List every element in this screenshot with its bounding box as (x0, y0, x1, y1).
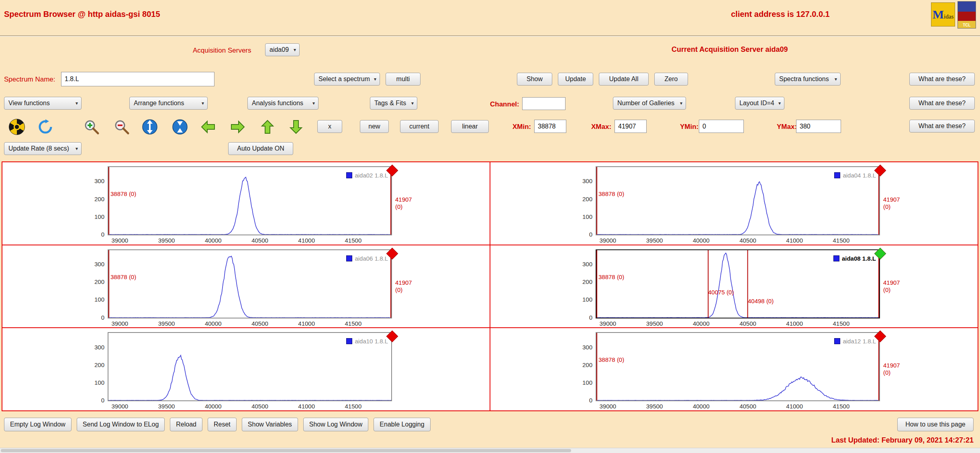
plot-aida12[interactable]: aida12 1.8.L38878 (0) (596, 332, 880, 401)
chevron-down-icon: ▾ (294, 47, 296, 53)
what-are-these-button-2[interactable]: What are these? (909, 97, 975, 110)
zoom-in-icon[interactable] (84, 119, 100, 135)
y-axis-label: 100 (569, 296, 592, 303)
what-are-these-button-1[interactable]: What are these? (909, 73, 975, 86)
update-all-button[interactable]: Update All (599, 73, 649, 86)
gallery-aida04[interactable]: 0100200300390003950040000405004100041500… (490, 162, 978, 245)
y-axis-label: 300 (569, 178, 592, 184)
refresh-icon[interactable] (37, 119, 53, 135)
reset-button[interactable]: Reset (208, 418, 237, 431)
channel-input[interactable] (522, 97, 566, 110)
x-axis-label: 41000 (776, 237, 813, 244)
plot-aida02[interactable]: aida02 1.8.L38878 (0) (108, 166, 392, 235)
enable-logging-button[interactable]: Enable Logging (374, 418, 430, 431)
layout-id-select[interactable]: Layout ID=4 ▾ (735, 97, 784, 110)
show-variables-button[interactable]: Show Variables (242, 418, 298, 431)
arrange-functions-select[interactable]: Arrange functions ▾ (129, 97, 208, 110)
y-axis-label: 100 (569, 379, 592, 386)
ymin-input[interactable] (699, 120, 744, 133)
number-of-galleries-select[interactable]: Number of Galleries ▾ (613, 97, 686, 110)
gallery-aida12[interactable]: 0100200300390003950040000405004100041500… (490, 328, 978, 410)
send-log-window-elog-button[interactable]: Send Log Window to ELog (77, 418, 165, 431)
reload-button[interactable]: Reload (170, 418, 202, 431)
show-log-window-button[interactable]: Show Log Window (303, 418, 369, 431)
what-are-these-button-3[interactable]: What are these? (909, 120, 975, 133)
show-button[interactable]: Show (517, 73, 552, 86)
xmin-label: XMin: (512, 123, 531, 131)
y-axis-label: 100 (81, 379, 104, 386)
x-axis-label: 41500 (823, 403, 859, 410)
spectrum-select[interactable]: Select a spectrum ▾ (314, 73, 380, 86)
auto-update-button[interactable]: Auto Update ON (228, 142, 293, 155)
y-axis-label: 300 (81, 344, 104, 351)
view-functions-select[interactable]: View functions ▾ (4, 97, 82, 110)
x-axis-label: 39000 (590, 320, 626, 327)
x-axis-label: 40500 (730, 237, 766, 244)
up-icon[interactable] (259, 119, 276, 135)
y-axis-label: 200 (81, 361, 104, 368)
x-axis-label: 41000 (288, 320, 325, 327)
xmin-input[interactable] (534, 120, 566, 133)
y-axis-label: 200 (569, 278, 592, 285)
plot-aida04[interactable]: aida04 1.8.L38878 (0) (596, 166, 880, 235)
analysis-functions-select[interactable]: Analysis functions ▾ (247, 97, 318, 110)
prev-icon[interactable] (200, 119, 216, 135)
x-axis-label: 39500 (149, 320, 185, 327)
cursor-marker-label: 40498 (0) (748, 298, 774, 304)
spectra-functions-select[interactable]: Spectra functions ▾ (775, 73, 841, 86)
current-button[interactable]: current (400, 120, 439, 133)
gallery-aida10[interactable]: 0100200300390003950040000405004100041500… (2, 328, 490, 410)
scrollbar-thumb[interactable] (1, 449, 571, 452)
horizontal-scrollbar[interactable] (0, 448, 980, 453)
how-to-use-button[interactable]: How to use this page (897, 418, 974, 431)
spectrum-name-input[interactable] (61, 72, 214, 86)
y-axis-label: 200 (81, 278, 104, 285)
x-axis-label: 40000 (683, 237, 719, 244)
x-axis-label: 39000 (102, 237, 138, 244)
linear-button[interactable]: linear (451, 120, 489, 133)
acquisition-servers-label: Acquisition Servers (193, 47, 251, 55)
empty-log-window-button[interactable]: Empty Log Window (4, 418, 71, 431)
right-marker-label: 41907(0) (395, 279, 412, 294)
radiation-icon[interactable] (9, 119, 25, 135)
gallery-aida06[interactable]: 0100200300390003950040000405004100041500… (2, 245, 490, 328)
y-axis-label: 300 (569, 344, 592, 351)
next-icon[interactable] (230, 119, 246, 135)
plot-aida10[interactable]: aida10 1.8.L (108, 332, 392, 401)
x-axis-label: 39500 (149, 237, 185, 244)
expand-range-icon[interactable] (142, 119, 158, 135)
legend-label: aida12 1.8.L (843, 338, 876, 345)
chevron-down-icon: ▾ (202, 100, 204, 106)
ymax-label: YMax: (777, 123, 797, 131)
tags-fits-select[interactable]: Tags & Fits ▾ (370, 97, 417, 110)
multi-button[interactable]: multi (386, 73, 421, 86)
left-marker-label: 38878 (0) (598, 273, 624, 280)
update-rate-select[interactable]: Update Rate (8 secs) ▾ (4, 142, 82, 155)
legend-swatch-icon (346, 172, 352, 178)
gallery-aida02[interactable]: 0100200300390003950040000405004100041500… (2, 162, 490, 245)
tcl-logo-text: TCL (963, 23, 970, 28)
x-axis-label: 40000 (683, 403, 719, 410)
gallery-aida08[interactable]: 0100200300390003950040000405004100041500… (490, 245, 978, 328)
x-axis-label: 41000 (288, 237, 325, 244)
zoom-out-icon[interactable] (114, 119, 130, 135)
xmax-input[interactable] (615, 120, 647, 133)
y-axis-label: 300 (569, 261, 592, 267)
acquisition-server-select[interactable]: aida09 ▾ (265, 43, 300, 56)
x-button[interactable]: x (317, 120, 342, 133)
right-marker-label: 41907(0) (883, 362, 900, 376)
update-button[interactable]: Update (558, 73, 593, 86)
x-axis-label: 40000 (195, 237, 231, 244)
zero-button[interactable]: Zero (654, 73, 688, 86)
plot-aida08[interactable]: aida08 1.8.L38878 (0)40075 (0)40498 (0) (596, 249, 880, 318)
y-axis-label: 300 (81, 178, 104, 184)
header-divider (0, 35, 980, 37)
spectra-functions-value: Spectra functions (779, 76, 829, 83)
number-of-galleries-value: Number of Galleries (617, 100, 674, 107)
new-button[interactable]: new (360, 120, 389, 133)
down-icon[interactable] (288, 119, 304, 135)
compress-range-icon[interactable] (172, 119, 188, 135)
legend-swatch-icon (834, 338, 840, 344)
plot-aida06[interactable]: aida06 1.8.L38878 (0) (108, 249, 392, 318)
ymax-input[interactable] (796, 120, 841, 133)
